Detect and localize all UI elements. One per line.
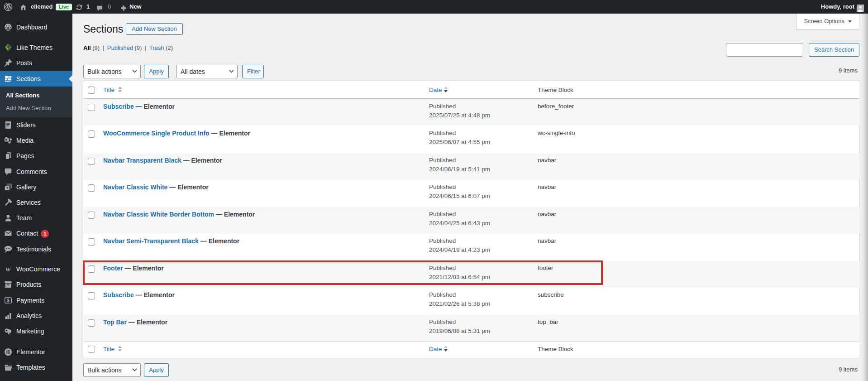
svg-text:w: w (6, 265, 11, 273)
svg-text:$: $ (7, 298, 10, 303)
